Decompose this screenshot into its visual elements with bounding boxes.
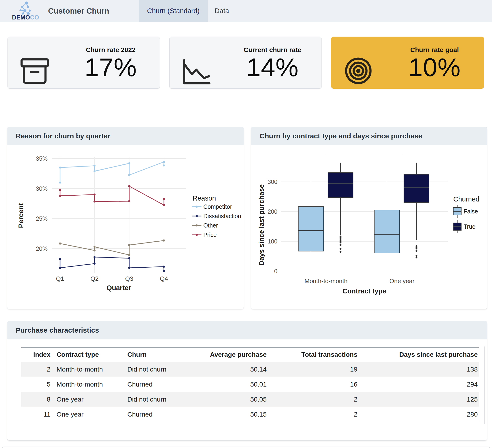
table-header-row: index Contract type Churn Average purcha…: [21, 347, 479, 362]
kpi-value: 10%: [408, 54, 461, 81]
panel-churn-by-contract: Churn by contract type and days since pu…: [251, 127, 487, 309]
cell-average-purchase: 50.05: [207, 392, 267, 407]
tab-data[interactable]: Data: [208, 0, 236, 22]
svg-text:Quarter: Quarter: [107, 284, 131, 292]
svg-text:Other: Other: [203, 222, 218, 229]
cell-index: 11: [21, 407, 51, 422]
purchase-characteristics-table: index Contract type Churn Average purcha…: [21, 347, 479, 422]
kpi-card-churn-rate-2022: Churn rate 2022 17%: [8, 37, 160, 89]
svg-text:False: False: [464, 208, 478, 215]
next-card-top-edge: [1, 447, 491, 448]
svg-text:30%: 30%: [36, 185, 48, 192]
tab-churn-standard[interactable]: Churn (Standard): [139, 0, 208, 22]
target-icon: [344, 57, 373, 85]
svg-text:25%: 25%: [36, 215, 48, 222]
cell-total-transactions: 2: [267, 392, 358, 407]
brand-logo: DEMOCO: [10, 1, 41, 21]
svg-text:300: 300: [267, 178, 277, 185]
cell-days-since-last-purchase: 138: [358, 362, 479, 377]
column-header-average-purchase: Average purchase: [207, 347, 267, 362]
kpi-card-churn-rate-goal: Churn rate goal 10%: [331, 37, 484, 89]
reason-by-quarter-line-chart[interactable]: 35%30%25%20%Q1Q2Q3Q4QuarterPercentReason…: [7, 145, 244, 309]
svg-text:100: 100: [267, 238, 277, 245]
panel-purchase-characteristics: Purchase characteristics index Contract …: [7, 321, 487, 440]
svg-text:Price: Price: [203, 231, 217, 238]
kpi-card-current-churn-rate: Current churn rate 14%: [169, 37, 322, 89]
cell-churn: Churned: [122, 377, 207, 392]
cell-total-transactions: 2: [267, 407, 358, 422]
cell-average-purchase: 50.01: [207, 377, 267, 392]
page-title: Customer Churn: [48, 0, 109, 22]
panel-title: Purchase characteristics: [7, 321, 487, 339]
dashboard-page: DEMOCO Customer Churn Churn (Standard) D…: [0, 0, 492, 448]
cell-contract-type: Month-to-month: [51, 362, 122, 377]
svg-text:Percent: Percent: [17, 203, 25, 228]
svg-text:Q2: Q2: [91, 275, 99, 282]
cell-churn: Did not churn: [122, 362, 207, 377]
column-header-churn: Churn: [122, 347, 207, 362]
cell-contract-type: Month-to-month: [51, 377, 122, 392]
svg-text:Contract type: Contract type: [343, 287, 387, 295]
cell-churn: Churned: [122, 407, 207, 422]
svg-text:Month-to-month: Month-to-month: [304, 278, 348, 284]
cell-average-purchase: 50.15: [207, 407, 267, 422]
column-header-index: index: [21, 347, 51, 362]
svg-text:Q4: Q4: [160, 275, 168, 282]
table-row: 5 Month-to-month Churned 50.01 16 294: [21, 377, 479, 392]
trend-down-icon: [182, 57, 211, 85]
svg-text:0: 0: [274, 268, 277, 274]
column-header-contract-type: Contract type: [51, 347, 122, 362]
column-header-days-since-last-purchase: Days since last purchase: [358, 347, 479, 362]
cell-days-since-last-purchase: 125: [358, 392, 479, 407]
svg-text:True: True: [464, 223, 475, 230]
table-row: 11 One year Churned 50.15 2 280: [21, 407, 479, 422]
archive-box-icon: [20, 57, 50, 85]
app-header: DEMOCO Customer Churn Churn (Standard) D…: [0, 0, 492, 22]
panel-title: Churn by contract type and days since pu…: [251, 127, 487, 145]
cell-churn: Did not churn: [122, 392, 207, 407]
panel-title: Reason for churn by quarter: [7, 127, 244, 145]
cell-index: 8: [21, 392, 51, 407]
network-logo-icon: [18, 1, 33, 15]
svg-text:Reason: Reason: [193, 194, 216, 202]
svg-text:One year: One year: [390, 278, 415, 284]
svg-text:Dissatisfaction: Dissatisfaction: [203, 213, 241, 219]
cell-contract-type: One year: [51, 407, 122, 422]
table-row: 8 One year Did not churn 50.05 2 125: [21, 392, 479, 407]
svg-text:Competitor: Competitor: [203, 203, 232, 210]
cell-contract-type: One year: [51, 392, 122, 407]
svg-text:20%: 20%: [36, 245, 48, 252]
cell-days-since-last-purchase: 280: [358, 407, 479, 422]
brand-name: DEMOCO: [10, 14, 41, 21]
column-header-total-transactions: Total transactions: [267, 347, 358, 362]
brand-name-light: CO: [30, 14, 39, 21]
cell-days-since-last-purchase: 294: [358, 377, 479, 392]
svg-text:Days since last purchase: Days since last purchase: [258, 184, 265, 266]
cell-average-purchase: 50.14: [207, 362, 267, 377]
svg-text:35%: 35%: [36, 155, 48, 162]
table-scrollbar[interactable]: [484, 346, 485, 424]
cell-index: 2: [21, 362, 51, 377]
svg-text:Churned: Churned: [453, 195, 479, 203]
svg-text:Q1: Q1: [56, 275, 64, 282]
svg-text:200: 200: [267, 208, 277, 215]
panel-reason-for-churn: Reason for churn by quarter 35%30%25%20%…: [7, 127, 244, 309]
table-row: 2 Month-to-month Did not churn 50.14 19 …: [21, 362, 479, 377]
cell-index: 5: [21, 377, 51, 392]
contract-boxplot-chart[interactable]: 0100200300Month-to-monthOne yearContract…: [251, 145, 487, 309]
cell-total-transactions: 16: [267, 377, 358, 392]
kpi-value: 14%: [246, 54, 298, 81]
cell-total-transactions: 19: [267, 362, 358, 377]
svg-text:Q3: Q3: [125, 275, 133, 282]
brand-name-bold: DEMO: [12, 14, 30, 21]
kpi-value: 17%: [84, 54, 137, 81]
